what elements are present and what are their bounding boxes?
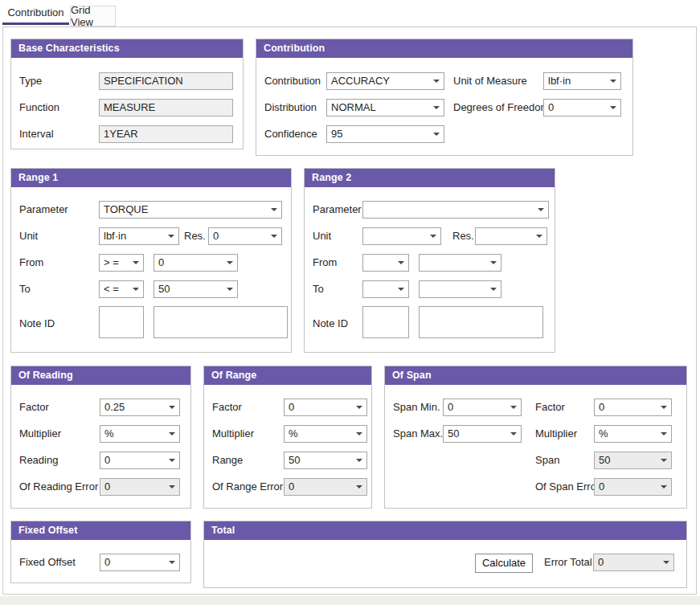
panel-contribution: Contribution Contribution ACCURACY Unit … [256,39,633,156]
error-total-label: Error Total [544,554,592,571]
range1-to-operator-select[interactable]: < = [99,280,144,298]
range2-to-value-select[interactable] [419,280,501,298]
range2-from-value [424,255,488,271]
of-reading-factor-select[interactable]: 0.25 [100,399,180,416]
contribution-value: ACCURACY [331,73,431,89]
chevron-down-icon [169,561,175,564]
range2-from-value-select[interactable] [419,254,501,272]
unit-of-measure-label: Unit of Measure [453,72,527,90]
of-span-error-label: Of Span Error [535,478,600,496]
range2-to-operator-value [367,281,395,297]
range1-res-value: 0 [213,228,268,244]
range2-unit-value [367,228,428,244]
range1-note-id-field[interactable] [99,306,144,338]
chevron-down-icon [538,208,544,211]
of-range-factor-label: Factor [212,399,242,416]
degrees-of-freedom-value: 0 [548,100,608,116]
type-field[interactable]: SPECIFICATION [99,72,233,90]
chevron-down-icon [133,288,139,291]
range2-unit-label: Unit [313,227,331,245]
range1-from-value-select[interactable]: 0 [154,254,238,272]
range2-note-id-field[interactable] [362,306,409,338]
panel-range-1: Range 1 Parameter TORQUE Unit lbf·in Res… [10,168,292,353]
of-reading-error-select: 0 [100,478,180,496]
chevron-down-icon [663,561,669,564]
of-span-error-value: 0 [599,479,658,495]
of-range-error-select: 0 [284,478,367,496]
chevron-down-icon [398,261,404,264]
of-reading-reading-select[interactable]: 0 [100,452,180,469]
span-min-select[interactable]: 0 [443,399,522,416]
range2-from-operator-select[interactable] [362,254,409,272]
of-range-multiplier-value: % [289,426,354,442]
error-total-value: 0 [598,554,661,570]
of-span-factor-select[interactable]: 0 [594,399,672,416]
range2-note-text-field[interactable] [419,306,543,338]
total-title: Total [204,521,686,540]
range1-parameter-value: TORQUE [104,202,268,218]
degrees-of-freedom-select[interactable]: 0 [543,99,621,117]
of-range-multiplier-label: Multiplier [212,425,254,443]
range1-res-label: Res. [184,227,206,245]
range1-parameter-select[interactable]: TORQUE [99,201,282,219]
unit-of-measure-select[interactable]: lbf·in [543,72,621,90]
of-span-multiplier-label: Multiplier [535,425,577,443]
confidence-value: 95 [331,126,431,142]
of-reading-error-value: 0 [104,479,166,495]
range2-res-label: Res. [452,227,474,245]
tab-contribution[interactable]: Contribution [2,2,69,25]
of-range-error-label: Of Range Error [212,478,283,496]
of-reading-multiplier-select[interactable]: % [100,425,180,443]
function-field[interactable]: MEASURE [99,99,233,117]
of-span-title: Of Span [385,366,686,385]
of-reading-reading-label: Reading [19,452,58,469]
of-span-multiplier-select[interactable]: % [594,425,672,443]
chevron-down-icon [168,235,174,238]
calculate-button[interactable]: Calculate [475,554,533,573]
fixed-offset-select[interactable]: 0 [100,554,180,571]
span-min-value: 0 [448,399,508,415]
range2-note-id-label: Note ID [313,315,348,333]
chevron-down-icon [490,288,497,291]
range1-note-id-label: Note ID [19,315,55,333]
interval-label: Interval [19,125,54,143]
span-max-select[interactable]: 50 [443,425,522,443]
contribution-select[interactable]: ACCURACY [326,72,444,90]
of-span-factor-label: Factor [535,399,565,416]
range2-parameter-select[interactable] [362,201,549,219]
range1-to-value-select[interactable]: 50 [154,280,238,298]
range1-note-text-field[interactable] [154,306,288,338]
of-reading-error-label: Of Reading Error [19,478,98,496]
confidence-select[interactable]: 95 [326,125,444,143]
chevron-down-icon [433,106,440,109]
of-range-multiplier-select[interactable]: % [284,425,367,443]
range2-from-label: From [313,254,337,272]
chevron-down-icon [490,261,497,264]
of-range-factor-select[interactable]: 0 [284,399,367,416]
range2-unit-select[interactable] [362,227,441,245]
of-span-span-value: 50 [599,452,658,468]
range1-res-select[interactable]: 0 [208,227,282,245]
distribution-select[interactable]: NORMAL [326,99,444,117]
tab-grid-view[interactable]: Grid View [70,6,116,27]
distribution-label: Distribution [264,99,317,117]
of-reading-reading-value: 0 [104,452,166,468]
range2-to-operator-select[interactable] [362,280,409,298]
range1-parameter-label: Parameter [19,201,68,219]
range2-parameter-label: Parameter [313,201,362,219]
of-reading-factor-label: Factor [19,399,49,416]
base-characteristics-title: Base Characteristics [11,39,243,58]
chevron-down-icon [661,406,667,409]
range1-from-operator-select[interactable]: > = [99,254,144,272]
range1-unit-select[interactable]: lbf·in [99,227,179,245]
of-range-range-select[interactable]: 50 [284,452,367,469]
distribution-value: NORMAL [331,100,431,116]
range1-to-value: 50 [158,281,224,297]
range2-res-select[interactable] [475,227,547,245]
range1-unit-value: lbf·in [104,228,166,244]
interval-field[interactable]: 1YEAR [99,125,233,143]
of-range-error-value: 0 [289,479,354,495]
chevron-down-icon [610,80,616,83]
chevron-down-icon [169,485,175,488]
span-min-label: Span Min. [393,399,440,416]
